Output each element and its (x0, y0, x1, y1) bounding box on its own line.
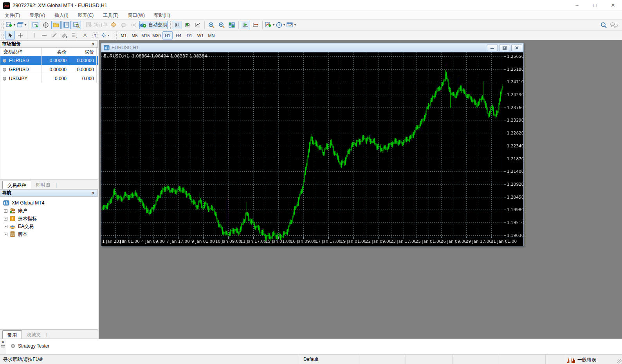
navigator-header[interactable]: 导航 x (0, 189, 98, 197)
timeframe-button-m15[interactable]: M15 (141, 31, 151, 39)
bar-chart-mode-button[interactable] (173, 21, 182, 29)
market-watch-toggle-button[interactable] (31, 21, 40, 29)
market-watch-row-gbpusd[interactable]: GBPUSD0.000000.00000 (0, 65, 98, 74)
tab-tick-chart[interactable]: 即时图 (31, 181, 55, 189)
title-bar[interactable]: XM 29072792: XM Global MT4 - EURUSD,H1 –… (0, 0, 622, 11)
menu-item-f[interactable]: 文件(F) (0, 11, 25, 20)
autotrading-button[interactable]: 自动交易 (139, 21, 168, 29)
timeframe-button-d1[interactable]: D1 (184, 31, 195, 39)
window-close-button[interactable]: ✕ (604, 0, 622, 11)
timeframe-button-m30[interactable]: M30 (151, 31, 162, 39)
window-resize-grip[interactable] (617, 359, 622, 364)
fibonacci-tool-button[interactable]: F (70, 31, 79, 39)
status-bar: 寻求帮助,请按F1键 Default 一般错误 (0, 354, 622, 364)
status-profile[interactable]: Default (300, 355, 359, 364)
profiles-button[interactable]: ▾ (16, 21, 27, 29)
chart-close-button[interactable] (511, 45, 522, 51)
timeframe-button-w1[interactable]: W1 (195, 31, 206, 39)
navigator-item-indicators[interactable]: +f技术指标 (0, 215, 98, 222)
chart-minimize-button[interactable] (487, 45, 498, 51)
zoom-in-button[interactable] (207, 21, 216, 29)
line-chart-mode-button[interactable] (193, 21, 202, 29)
cursor-tool-button[interactable] (5, 31, 15, 39)
autoscroll-button[interactable] (241, 21, 250, 29)
strategy-tester-toggle-button[interactable] (72, 21, 81, 29)
toolbar-grip[interactable] (169, 22, 171, 29)
timeframe-button-m1[interactable]: M1 (119, 31, 129, 39)
horizontal-line-tool-button[interactable] (40, 31, 49, 39)
column-header-symbol[interactable]: 交易品种 (0, 48, 42, 56)
strategy-tester-close-icon[interactable]: x (0, 339, 6, 344)
column-header-ask[interactable]: 买价 (69, 48, 97, 56)
search-button[interactable] (599, 21, 608, 29)
community-chat-button[interactable] (609, 21, 618, 29)
chart-canvas[interactable] (101, 52, 523, 246)
tile-windows-button[interactable] (227, 21, 236, 29)
market-watch-close-icon[interactable]: x (90, 42, 96, 46)
navigator-toggle-button[interactable] (51, 21, 61, 29)
candlestick-mode-button[interactable] (183, 21, 192, 29)
timeframe-button-h1[interactable]: H1 (162, 31, 173, 39)
periods-dropdown-caret[interactable]: ▾ (283, 23, 285, 27)
navigator-item-scripts[interactable]: +脚本 (0, 230, 98, 238)
expander-plus-icon[interactable]: + (4, 217, 7, 221)
toolbar-grip[interactable] (2, 32, 4, 39)
indicators-button[interactable]: ▾ (265, 21, 275, 29)
market-watch-header[interactable]: 市场报价 x (0, 40, 98, 48)
text-tool-button[interactable]: A (80, 31, 90, 39)
templates-button[interactable]: ▾ (286, 21, 296, 29)
new-chart-button[interactable]: ▾ (5, 21, 16, 29)
market-watch-row-eurusd[interactable]: EURUSD0.000000.00000 (0, 56, 98, 65)
metaeditor-button[interactable] (109, 21, 118, 29)
chart-window-icon (104, 45, 110, 50)
tab-common[interactable]: 常用 (2, 330, 22, 339)
menu-item-t[interactable]: 工具(T) (98, 11, 123, 20)
vertical-line-tool-button[interactable] (29, 31, 39, 39)
indicators-dropdown-caret[interactable]: ▾ (273, 23, 274, 27)
timeframe-button-mn[interactable]: MN (206, 31, 216, 39)
strategy-tester-grip-icon[interactable] (1, 345, 5, 348)
navigator-item-accounts[interactable]: +账户 (0, 207, 98, 215)
zoom-out-button[interactable] (217, 21, 226, 29)
tab-symbols[interactable]: 交易品种 (2, 181, 31, 189)
navigator-item-expert-advisors[interactable]: +EA交易 (0, 222, 98, 230)
arrows-tool-button[interactable]: ▾ (101, 31, 110, 39)
chart-window-titlebar[interactable]: EURUSD,H1 (101, 43, 523, 52)
expander-plus-icon[interactable]: + (4, 225, 7, 228)
profiles-dropdown-caret[interactable]: ▾ (25, 23, 26, 27)
timeframe-button-m5[interactable]: M5 (130, 31, 140, 39)
equidistant-channel-tool-button[interactable]: E (60, 31, 69, 39)
strategy-tester-label-row[interactable]: Strategy Tester (11, 343, 49, 349)
toolbar-grip[interactable] (115, 32, 117, 39)
menu-item-h[interactable]: 帮助(H) (150, 11, 175, 20)
expander-plus-icon[interactable]: + (4, 209, 7, 213)
toolbar-grip[interactable] (2, 22, 4, 29)
timeframe-button-h4[interactable]: H4 (173, 31, 184, 39)
crosshair-tool-button[interactable] (16, 31, 25, 39)
tab-favorites[interactable]: 收藏夹 (22, 330, 45, 339)
trendline-tool-button[interactable] (50, 31, 59, 39)
new-order-button: 新订单 (85, 21, 108, 29)
menu-item-i[interactable]: 插入(I) (50, 11, 73, 20)
expander-plus-icon[interactable]: + (4, 233, 7, 236)
periods-button[interactable]: ▾ (276, 21, 285, 29)
navigator-close-icon[interactable]: x (90, 191, 96, 195)
market-watch-row-usdjpy[interactable]: USDJPY0.0000.000 (0, 74, 98, 83)
data-window-button[interactable] (41, 21, 50, 29)
terminal-toggle-button[interactable] (61, 21, 71, 29)
chart-shift-button[interactable] (251, 21, 260, 29)
status-connection[interactable]: 一般错误 (564, 355, 622, 364)
text-label-tool-button[interactable]: T (90, 31, 100, 39)
menu-item-c[interactable]: 图表(C) (73, 11, 99, 20)
menu-item-w[interactable]: 窗口(W) (123, 11, 150, 20)
window-maximize-button[interactable]: □ (586, 0, 604, 11)
menu-item-v[interactable]: 显示(V) (25, 11, 50, 20)
column-header-bid[interactable]: 卖价 (42, 48, 69, 56)
navigator-root-item[interactable]: XM Global MT4 (0, 199, 98, 207)
chart-window[interactable]: EURUSD,H1 (101, 43, 524, 246)
window-minimize-button[interactable]: – (568, 0, 586, 11)
chart-restore-button[interactable] (499, 45, 510, 51)
templates-dropdown-caret[interactable]: ▾ (294, 23, 296, 27)
new-chart-dropdown-caret[interactable]: ▾ (14, 23, 15, 27)
arrows-dropdown-caret[interactable]: ▾ (108, 34, 109, 37)
